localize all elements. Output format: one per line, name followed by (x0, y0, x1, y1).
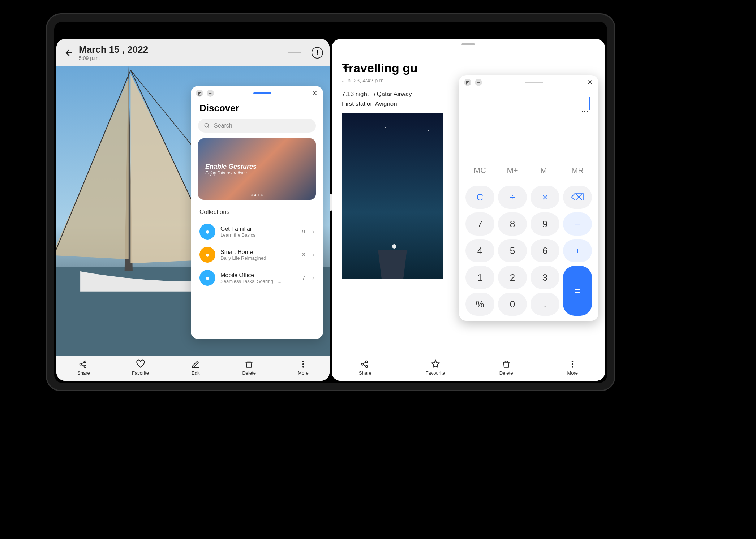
trash-icon (502, 359, 511, 369)
float-minimize-icon[interactable]: − (207, 90, 214, 97)
drag-indicator[interactable] (525, 82, 543, 83)
info-icon[interactable]: i (312, 47, 323, 59)
calc-m+-button[interactable]: M+ (498, 159, 527, 182)
calc-key-3[interactable]: 3 (531, 266, 559, 289)
svg-point-18 (385, 127, 386, 128)
calc-key-+[interactable]: + (563, 239, 592, 262)
favourite-button[interactable]: Favourite (426, 359, 445, 376)
share-button[interactable]: Share (359, 359, 371, 376)
collection-item[interactable]: ● Smart HomeDaily Life Reimagined 3 › (191, 243, 323, 266)
calc-key-C[interactable]: C (465, 186, 494, 209)
svg-point-22 (428, 130, 429, 131)
notes-pane: Travelling gu Jun. 23, 4:42 p.m. 7.13 ni… (332, 39, 605, 381)
drag-handle[interactable] (461, 43, 475, 45)
gallery-pane: March 15 , 2022 5:09 p.m. i (56, 39, 330, 381)
delete-button[interactable]: Delete (499, 359, 513, 376)
tab-indicator (253, 92, 271, 94)
favorite-button[interactable]: Favorite (132, 359, 149, 376)
calc-key-4[interactable]: 4 (465, 239, 494, 262)
note-handle-area[interactable] (332, 39, 605, 47)
calc-key-=[interactable]: = (563, 266, 592, 316)
drag-handle[interactable] (288, 52, 301, 53)
float-window-header[interactable]: ◩ − ✕ (459, 75, 598, 90)
chevron-right-icon: › (312, 274, 314, 282)
heart-icon (136, 359, 145, 369)
more-icon[interactable]: ⋮ (580, 108, 590, 115)
calc-key-8[interactable]: 8 (498, 212, 527, 236)
collection-icon: ● (199, 224, 215, 240)
calc-key-9[interactable]: 9 (531, 212, 559, 236)
banner-pagination (251, 194, 263, 196)
calc-key-−[interactable]: − (563, 212, 592, 236)
calc-key-×[interactable]: × (531, 186, 559, 209)
discover-banner[interactable]: Enable Gestures Enjoy fluid operations (198, 138, 316, 200)
calc-key-6[interactable]: 6 (531, 239, 559, 262)
delete-button[interactable]: Delete (242, 359, 256, 376)
svg-point-20 (370, 167, 371, 167)
share-button[interactable]: Share (77, 359, 90, 376)
float-minimize-icon[interactable]: − (475, 79, 482, 86)
photo-date: March 15 , 2022 (79, 44, 278, 55)
calc-mr-button[interactable]: MR (563, 159, 592, 182)
banner-title: Enable Gestures (205, 163, 309, 171)
svg-line-11 (82, 365, 85, 366)
collection-item[interactable]: ● Mobile OfficeSeamless Tasks, Soaring E… (191, 266, 323, 289)
note-toolbar: ShareFavouriteDeleteMore (332, 356, 605, 381)
svg-point-17 (360, 134, 360, 135)
gallery-toolbar: ShareFavoriteEditDeleteMore (56, 356, 330, 381)
svg-point-31 (572, 366, 573, 367)
gallery-header: March 15 , 2022 5:09 p.m. i (56, 39, 330, 66)
svg-line-27 (363, 362, 366, 364)
float-resize-icon[interactable]: ◩ (464, 79, 471, 86)
chevron-right-icon: › (312, 251, 314, 259)
tablet-frame: March 15 , 2022 5:09 p.m. i (47, 14, 614, 390)
svg-point-14 (302, 363, 304, 365)
collection-icon: ● (199, 270, 215, 286)
calculator-display[interactable]: ⋮ (459, 90, 598, 159)
more-icon (298, 359, 308, 369)
calc-key-0[interactable]: 0 (498, 293, 527, 316)
float-window-header[interactable]: ◩ − ✕ (191, 86, 323, 100)
note-title: Travelling gu (342, 61, 595, 75)
banner-subtitle: Enjoy fluid operations (205, 171, 309, 176)
calc-key-⌫[interactable]: ⌫ (563, 186, 592, 209)
calc-key-%[interactable]: % (465, 293, 494, 316)
close-icon[interactable]: ✕ (311, 90, 318, 97)
calc-key-.[interactable]: . (531, 293, 559, 316)
svg-point-30 (572, 363, 573, 365)
trash-icon (244, 359, 254, 369)
svg-point-21 (407, 156, 407, 156)
calc-key-2[interactable]: 2 (498, 266, 527, 289)
svg-point-13 (302, 361, 304, 362)
svg-line-28 (363, 365, 366, 366)
svg-point-15 (302, 366, 304, 367)
calc-mc-button[interactable]: MC (465, 159, 494, 182)
search-input[interactable]: Search (198, 119, 316, 133)
split-divider[interactable] (330, 194, 332, 211)
calc-key-5[interactable]: 5 (498, 239, 527, 262)
calc-key-÷[interactable]: ÷ (498, 186, 527, 209)
close-icon[interactable]: ✕ (586, 79, 593, 86)
back-arrow-icon[interactable] (63, 48, 73, 58)
svg-point-23 (392, 244, 396, 249)
search-icon (204, 122, 210, 129)
calc-key-1[interactable]: 1 (465, 266, 494, 289)
calculator-floating-window[interactable]: ◩ − ✕ ⋮ MCM+M-MRC÷×⌫789−456+123=%0. (459, 75, 598, 321)
more-button[interactable]: More (298, 359, 309, 376)
photo-time: 5:09 p.m. (79, 55, 278, 61)
svg-point-19 (414, 141, 414, 142)
collections-heading: Collections (191, 206, 323, 220)
discover-title: Discover (191, 100, 323, 119)
edit-button[interactable]: Edit (191, 359, 200, 376)
more-button[interactable]: More (567, 359, 578, 376)
note-image[interactable] (342, 113, 443, 279)
collection-item[interactable]: ● Get FamiliarLearn the Basics 9 › (191, 220, 323, 243)
discover-floating-window[interactable]: ◩ − ✕ Discover Search Enable Gestures En… (191, 86, 323, 339)
share-icon (79, 359, 88, 369)
search-placeholder: Search (214, 122, 232, 129)
svg-line-10 (82, 362, 85, 364)
calc-m--button[interactable]: M- (531, 159, 559, 182)
float-resize-icon[interactable]: ◩ (196, 90, 203, 97)
chevron-right-icon: › (312, 228, 314, 236)
calc-key-7[interactable]: 7 (465, 212, 494, 236)
